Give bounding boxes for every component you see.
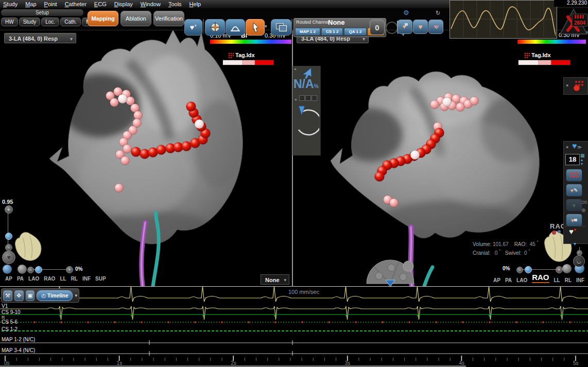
- map-point-pink[interactable]: [390, 199, 399, 207]
- menu-map[interactable]: Map: [25, 1, 36, 7]
- color-scale-bar[interactable]: [517, 40, 586, 44]
- trace-label-v1[interactable]: V1: [2, 303, 8, 309]
- close-icon[interactable]: ×: [295, 97, 297, 102]
- trace-cs-9-10[interactable]: [0, 314, 588, 317]
- fill-decrease-button[interactable]: −: [27, 267, 34, 273]
- show-tags-button[interactable]: [566, 169, 582, 182]
- menu-window[interactable]: Window: [141, 1, 161, 7]
- fill-increase-button[interactable]: +: [556, 266, 563, 273]
- catheter-setup-button[interactable]: [226, 19, 245, 36]
- fill-decrease-button[interactable]: −: [516, 267, 523, 273]
- zoom-in-button[interactable]: +: [5, 205, 13, 214]
- blue-sphere-button[interactable]: [3, 265, 12, 274]
- menu-study[interactable]: Study: [3, 1, 18, 7]
- mode-verification-button[interactable]: Verification: [153, 11, 184, 26]
- channel-badge[interactable]: QA 1 2: [344, 28, 366, 36]
- setup-tab-loc[interactable]: Loc.: [41, 18, 59, 26]
- setup-tab-hw[interactable]: HW: [1, 18, 18, 26]
- rotation-gauge[interactable]: [295, 102, 319, 142]
- menu-tools[interactable]: Tools: [168, 1, 182, 7]
- zoom-slider-thumb[interactable]: [5, 233, 12, 240]
- orientation-pa[interactable]: PA: [17, 276, 24, 282]
- menu-ecg[interactable]: ECG: [94, 1, 107, 7]
- trace-label-cs-9-10[interactable]: CS 9-10: [2, 309, 21, 315]
- expand-chevron[interactable]: ▾: [402, 32, 404, 37]
- orientation-inf[interactable]: INF: [82, 276, 91, 282]
- location-setup-button[interactable]: [205, 19, 225, 36]
- left-map-viewport[interactable]: [0, 30, 292, 286]
- trace-label-cs-1-2[interactable]: CS 1-2: [2, 326, 18, 332]
- channel-badge[interactable]: CS 1 2: [321, 28, 343, 36]
- save-button[interactable]: ▣: [26, 290, 35, 301]
- viewports-button[interactable]: [271, 19, 291, 36]
- map-point-pink[interactable]: [110, 98, 119, 107]
- refresh-icon[interactable]: ↻: [436, 10, 440, 16]
- points-count-field[interactable]: 18: [565, 154, 580, 165]
- orientation-pa[interactable]: PA: [505, 277, 512, 283]
- option-box[interactable]: [312, 95, 317, 101]
- color-scale-bar[interactable]: [210, 40, 291, 44]
- left-map-selector[interactable]: 3-LA (484, 0) Resp ▾: [4, 33, 76, 43]
- close-icon[interactable]: ×: [566, 145, 568, 150]
- orientation-ll[interactable]: LL: [554, 277, 560, 283]
- select-tool-dropdown-chevron[interactable]: ▾: [265, 24, 267, 29]
- option-box[interactable]: [299, 95, 305, 101]
- mode-ablation-button[interactable]: Ablation: [120, 11, 151, 26]
- erase-points-button[interactable]: ♥: [566, 214, 582, 226]
- mode-mapping-button[interactable]: Mapping: [88, 11, 118, 26]
- zoom-out-button[interactable]: −: [5, 244, 12, 251]
- map-point-white[interactable]: [118, 94, 127, 103]
- plus-circle-icon[interactable]: ⊕: [581, 207, 585, 213]
- map-point-red[interactable]: [140, 149, 150, 159]
- tag-points-icon[interactable]: [572, 80, 585, 92]
- map-point-white[interactable]: [195, 119, 204, 129]
- ecg-preview-window[interactable]: [449, 0, 557, 39]
- system-warning-indicator[interactable]: 2604: [559, 8, 588, 35]
- tag-index-scale-bar[interactable]: [222, 60, 274, 65]
- left-overlay-selector[interactable]: None ▾: [261, 274, 289, 285]
- edit-points-button[interactable]: ♥✎: [566, 184, 582, 197]
- setup-tab-cath[interactable]: Cath.: [60, 18, 81, 26]
- orientation-rao[interactable]: RAO: [532, 273, 549, 283]
- select-tool-button[interactable]: [246, 19, 265, 36]
- map-point-red[interactable]: [186, 102, 196, 112]
- trace-label-cs-5-6[interactable]: CS 5-6: [2, 319, 18, 325]
- orientation-ap[interactable]: AP: [5, 276, 12, 282]
- orientation-rao[interactable]: RAO: [44, 276, 55, 282]
- tag-index-scale-bar[interactable]: [518, 60, 570, 65]
- map-point-red[interactable]: [131, 147, 141, 157]
- ecg-traces[interactable]: [0, 286, 588, 367]
- erase-map-button[interactable]: ♥: [397, 20, 412, 34]
- flying-heart-icon[interactable]: ♥≫: [572, 142, 582, 151]
- trace-label-map-3-4-n-c-[interactable]: MAP 3-4 (N/C): [2, 347, 35, 353]
- map-point-red[interactable]: [182, 142, 192, 151]
- map-point-red[interactable]: [375, 172, 385, 182]
- fill-slider-thumb[interactable]: [525, 266, 532, 273]
- map-point-pink[interactable]: [470, 97, 479, 106]
- rotation-dial[interactable]: [367, 260, 414, 286]
- tools-button[interactable]: ⚒: [3, 290, 12, 301]
- map-point-pink[interactable]: [115, 184, 124, 193]
- timeline-button[interactable]: ◴ Timeline: [37, 290, 73, 301]
- menu-point[interactable]: Point: [44, 1, 57, 7]
- heart-marker-icon[interactable]: ♥●: [569, 227, 576, 236]
- empty-connection-slot[interactable]: [386, 22, 398, 34]
- beat-button[interactable]: ◡: [573, 255, 585, 267]
- setup-tab-study[interactable]: Study: [19, 18, 41, 26]
- channel-badge[interactable]: MAP 1 2: [295, 28, 320, 36]
- map-point-pink[interactable]: [121, 156, 130, 165]
- new-map-button[interactable]: ♥+: [184, 19, 202, 36]
- gear-icon[interactable]: ⚙: [403, 9, 409, 16]
- map-point-white[interactable]: [410, 150, 420, 160]
- spin-down-icon[interactable]: ▾: [581, 162, 583, 166]
- orientation-sup[interactable]: SUP: [95, 276, 106, 282]
- panel-chevron-icon[interactable]: ▾: [574, 241, 576, 247]
- map-point-pink[interactable]: [134, 111, 143, 120]
- fill-slider-thumb[interactable]: [35, 266, 42, 273]
- menu-help[interactable]: Help: [189, 1, 201, 7]
- orientation-rl[interactable]: RL: [565, 277, 572, 283]
- close-icon[interactable]: ×: [294, 67, 297, 72]
- orientation-lao[interactable]: LAO: [516, 277, 527, 283]
- catheter-disconnect-button[interactable]: ♥∕: [428, 20, 443, 34]
- map-point-pink[interactable]: [123, 145, 132, 153]
